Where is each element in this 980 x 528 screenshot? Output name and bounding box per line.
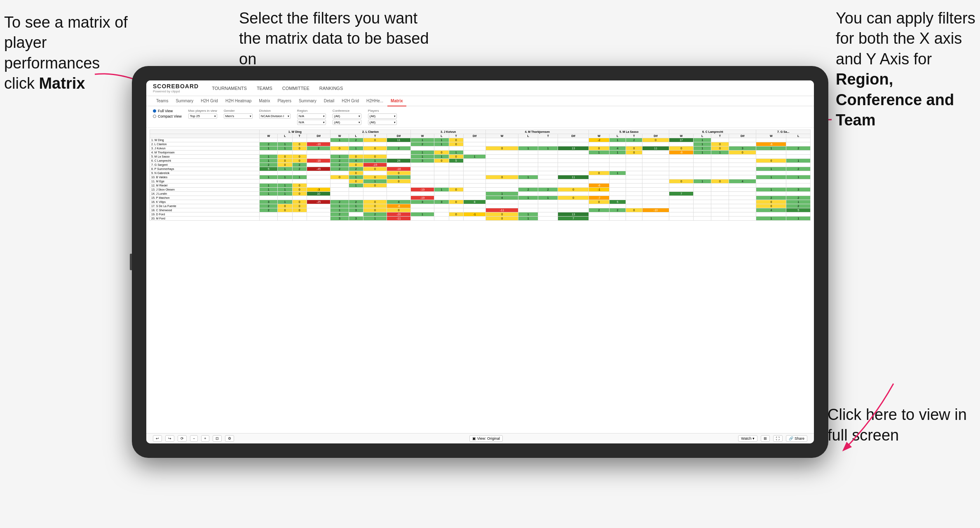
fullscreen-button[interactable]: ⛶ <box>773 435 783 442</box>
tab-teams[interactable]: Teams <box>153 96 171 106</box>
matrix-col-header-2: 2. L Clanton <box>331 130 410 134</box>
players-select-wrap-1[interactable]: (All) <box>368 113 397 119</box>
h-2-d: Dif <box>387 134 411 138</box>
view-full[interactable]: Full View <box>153 109 182 113</box>
matrix-cell-9-7 <box>363 171 387 175</box>
matrix-cell-10-14: 1 <box>518 175 538 179</box>
matrix-cell-18-4 <box>307 208 331 212</box>
redo-button[interactable]: ↪ <box>165 435 174 442</box>
matrix-cell-15-15: 1 <box>538 196 558 200</box>
zoom-in-button[interactable]: + <box>201 435 209 442</box>
region-select-1[interactable]: N/A <box>297 113 326 119</box>
matrix-cell-20-4 <box>307 217 331 221</box>
view-original-button[interactable]: ▣ View: Original <box>469 435 503 442</box>
matrix-cell-4-22: 1 <box>694 151 711 155</box>
matrix-cell-11-16 <box>558 179 589 184</box>
tab-players[interactable]: Players <box>274 96 295 106</box>
matrix-cell-9-23 <box>711 171 729 175</box>
matrix-cell-13-3: 0 <box>292 188 307 192</box>
matrix-cell-7-16 <box>558 163 589 167</box>
matrix-cell-8-22 <box>694 167 711 171</box>
matrix-cell-4-26 <box>786 151 811 155</box>
nav-tournaments[interactable]: TOURNAMENTS <box>211 84 248 92</box>
gender-select-wrap[interactable]: Men's <box>224 113 253 119</box>
tab-h2h-grid-2[interactable]: H2H Grid <box>338 96 362 106</box>
matrix-cell-10-21 <box>669 175 694 179</box>
tab-h2h-grid[interactable]: H2H Grid <box>197 96 221 106</box>
matrix-cell-12-13 <box>486 184 518 188</box>
fit-button[interactable]: ⊡ <box>213 435 222 442</box>
matrix-cell-1-6: 2 <box>349 138 363 142</box>
tab-summary[interactable]: Summary <box>172 96 197 106</box>
share-button[interactable]: 🔗 Share <box>786 435 807 442</box>
conference-select-wrap-2[interactable]: (All) <box>333 120 361 125</box>
matrix-cell-7-12 <box>463 163 486 167</box>
matrix-cell-3-17: 0 <box>589 146 610 151</box>
tab-h2hhe[interactable]: H2HHe... <box>363 96 387 106</box>
tablet-screen: SCOREBOARD Powered by clippd TOURNAMENTS… <box>146 80 814 443</box>
matrix-cell-15-2 <box>278 196 292 200</box>
layout-button[interactable]: ⊞ <box>761 435 770 442</box>
matrix-cell-18-20: -10 <box>642 208 669 212</box>
matrix-cell-1-4 <box>307 138 331 142</box>
matrix-row-header-14: 14. J Lundin <box>150 192 260 196</box>
matrix-cell-7-24 <box>729 163 756 167</box>
gender-select[interactable]: Men's <box>224 113 253 119</box>
matrix-cell-16-25: 0 <box>756 200 786 204</box>
matrix-cell-11-2 <box>278 179 292 184</box>
max-players-select-wrap[interactable]: Top 25 <box>188 113 217 119</box>
tab-summary-2[interactable]: Summary <box>295 96 320 106</box>
tab-matrix-active[interactable]: Matrix <box>387 96 406 106</box>
conference-select-2[interactable]: (All) <box>333 120 361 125</box>
max-players-select[interactable]: Top 25 <box>188 113 217 119</box>
matrix-row-header-6: 6. C Lamprecht <box>150 159 260 163</box>
nav-committee[interactable]: COMMITTEE <box>281 84 310 92</box>
matrix-cell-16-24 <box>729 200 756 204</box>
tab-detail[interactable]: Detail <box>321 96 338 106</box>
players-select-wrap-2[interactable]: (All) <box>368 120 397 125</box>
matrix-cell-17-6: 1 <box>349 204 363 208</box>
matrix-cell-12-21 <box>669 184 694 188</box>
matrix-cell-15-9: -19 <box>410 196 434 200</box>
conference-select-wrap-1[interactable]: (All) <box>333 113 361 119</box>
matrix-cell-13-17: -1 <box>589 188 610 192</box>
matrix-cell-8-16 <box>558 167 589 171</box>
undo-button[interactable]: ↩ <box>153 435 162 442</box>
region-select-2[interactable]: N/A <box>297 120 326 125</box>
conference-select-1[interactable]: (All) <box>333 113 361 119</box>
matrix-cell-14-20 <box>642 192 669 196</box>
division-select-wrap[interactable]: NCAA Division I <box>259 113 291 119</box>
watch-button[interactable]: Watch ▾ <box>738 435 757 442</box>
settings-button[interactable]: ⚙ <box>225 435 234 442</box>
matrix-cell-16-21 <box>669 200 694 204</box>
view-compact[interactable]: Compact View <box>153 114 182 118</box>
matrix-cell-17-14 <box>518 204 538 208</box>
matrix-cell-4-17: 1 <box>589 151 610 155</box>
tab-h2h-heatmap[interactable]: H2H Heatmap <box>222 96 255 106</box>
matrix-cell-6-12 <box>463 159 486 163</box>
matrix-cell-19-3 <box>292 212 307 217</box>
division-select[interactable]: NCAA Division I <box>259 113 291 119</box>
players-select-2[interactable]: (All) <box>368 120 397 125</box>
players-select-1[interactable]: (All) <box>368 113 397 119</box>
zoom-out-button[interactable]: − <box>190 435 198 442</box>
matrix-cell-17-9 <box>410 204 434 208</box>
region-select-wrap-1[interactable]: N/A <box>297 113 326 119</box>
matrix-cell-7-21 <box>669 163 694 167</box>
matrix-cell-20-3 <box>292 217 307 221</box>
matrix-cell-14-13: 1 <box>486 192 518 196</box>
region-select-wrap-2[interactable]: N/A <box>297 120 326 125</box>
tab-matrix-1[interactable]: Matrix <box>256 96 273 106</box>
matrix-row-header-15: 15. P Maichon <box>150 196 260 200</box>
matrix-cell-11-14 <box>518 179 538 184</box>
filter-gender: Gender Men's <box>224 109 253 119</box>
matrix-cell-18-25: 4 <box>756 208 786 212</box>
scoreboard-logo: SCOREBOARD Powered by clippd <box>153 83 199 93</box>
nav-rankings[interactable]: RANKINGS <box>319 84 344 92</box>
matrix-cell-18-7: 0 <box>363 208 387 212</box>
refresh-button[interactable]: ⟳ <box>178 435 187 442</box>
matrix-cell-16-12: 8 <box>463 200 486 204</box>
matrix-cell-19-7: 2 <box>363 212 387 217</box>
nav-teams[interactable]: TEAMS <box>256 84 273 92</box>
matrix-cell-1-9: 1 <box>410 138 434 142</box>
